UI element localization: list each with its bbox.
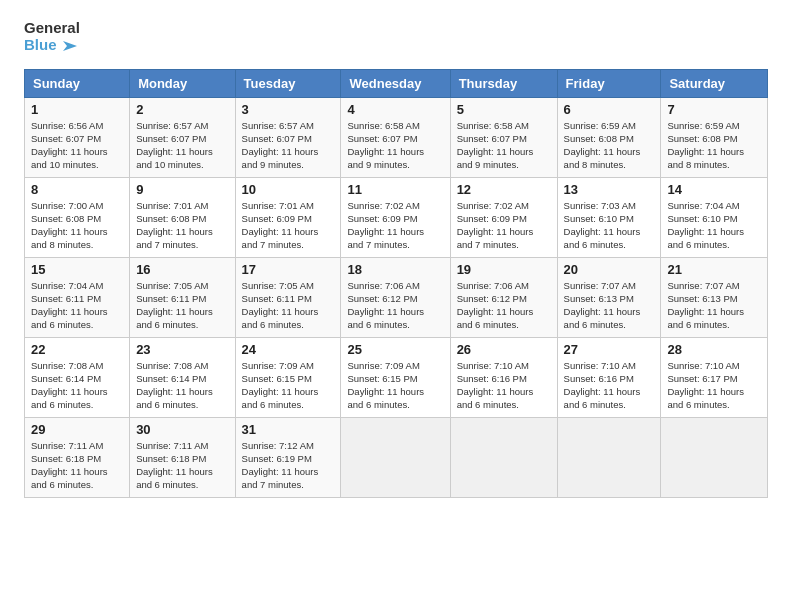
day-number: 10	[242, 182, 335, 197]
calendar-cell: 29Sunrise: 7:11 AM Sunset: 6:18 PM Dayli…	[25, 417, 130, 497]
calendar-cell: 22Sunrise: 7:08 AM Sunset: 6:14 PM Dayli…	[25, 337, 130, 417]
day-info: Sunrise: 7:11 AM Sunset: 6:18 PM Dayligh…	[136, 439, 228, 492]
day-info: Sunrise: 7:09 AM Sunset: 6:15 PM Dayligh…	[242, 359, 335, 412]
calendar-cell: 9Sunrise: 7:01 AM Sunset: 6:08 PM Daylig…	[130, 177, 235, 257]
day-number: 5	[457, 102, 551, 117]
svg-marker-0	[63, 41, 77, 51]
calendar-cell: 25Sunrise: 7:09 AM Sunset: 6:15 PM Dayli…	[341, 337, 450, 417]
weekday-header: Wednesday	[341, 69, 450, 97]
calendar-cell: 11Sunrise: 7:02 AM Sunset: 6:09 PM Dayli…	[341, 177, 450, 257]
calendar-week-row: 1Sunrise: 6:56 AM Sunset: 6:07 PM Daylig…	[25, 97, 768, 177]
weekday-header: Thursday	[450, 69, 557, 97]
day-info: Sunrise: 7:07 AM Sunset: 6:13 PM Dayligh…	[564, 279, 655, 332]
day-number: 1	[31, 102, 123, 117]
day-info: Sunrise: 6:56 AM Sunset: 6:07 PM Dayligh…	[31, 119, 123, 172]
calendar-cell: 13Sunrise: 7:03 AM Sunset: 6:10 PM Dayli…	[557, 177, 661, 257]
day-info: Sunrise: 6:59 AM Sunset: 6:08 PM Dayligh…	[667, 119, 761, 172]
day-info: Sunrise: 6:57 AM Sunset: 6:07 PM Dayligh…	[242, 119, 335, 172]
header: General Blue	[24, 20, 768, 55]
calendar-cell: 24Sunrise: 7:09 AM Sunset: 6:15 PM Dayli…	[235, 337, 341, 417]
day-number: 27	[564, 342, 655, 357]
weekday-header: Monday	[130, 69, 235, 97]
day-info: Sunrise: 7:04 AM Sunset: 6:11 PM Dayligh…	[31, 279, 123, 332]
weekday-header: Saturday	[661, 69, 768, 97]
day-info: Sunrise: 7:11 AM Sunset: 6:18 PM Dayligh…	[31, 439, 123, 492]
weekday-header: Sunday	[25, 69, 130, 97]
day-number: 23	[136, 342, 228, 357]
day-number: 18	[347, 262, 443, 277]
calendar-cell	[341, 417, 450, 497]
calendar-cell: 3Sunrise: 6:57 AM Sunset: 6:07 PM Daylig…	[235, 97, 341, 177]
day-info: Sunrise: 7:07 AM Sunset: 6:13 PM Dayligh…	[667, 279, 761, 332]
day-number: 6	[564, 102, 655, 117]
calendar-cell: 21Sunrise: 7:07 AM Sunset: 6:13 PM Dayli…	[661, 257, 768, 337]
day-info: Sunrise: 7:10 AM Sunset: 6:16 PM Dayligh…	[457, 359, 551, 412]
calendar-cell: 27Sunrise: 7:10 AM Sunset: 6:16 PM Dayli…	[557, 337, 661, 417]
calendar-cell: 31Sunrise: 7:12 AM Sunset: 6:19 PM Dayli…	[235, 417, 341, 497]
logo-blue: Blue	[24, 37, 57, 54]
calendar-header-row: SundayMondayTuesdayWednesdayThursdayFrid…	[25, 69, 768, 97]
day-info: Sunrise: 7:08 AM Sunset: 6:14 PM Dayligh…	[136, 359, 228, 412]
calendar-cell: 23Sunrise: 7:08 AM Sunset: 6:14 PM Dayli…	[130, 337, 235, 417]
day-info: Sunrise: 7:01 AM Sunset: 6:08 PM Dayligh…	[136, 199, 228, 252]
day-info: Sunrise: 7:05 AM Sunset: 6:11 PM Dayligh…	[136, 279, 228, 332]
calendar-cell: 26Sunrise: 7:10 AM Sunset: 6:16 PM Dayli…	[450, 337, 557, 417]
day-info: Sunrise: 7:00 AM Sunset: 6:08 PM Dayligh…	[31, 199, 123, 252]
day-number: 21	[667, 262, 761, 277]
day-info: Sunrise: 7:05 AM Sunset: 6:11 PM Dayligh…	[242, 279, 335, 332]
day-number: 24	[242, 342, 335, 357]
calendar-cell: 1Sunrise: 6:56 AM Sunset: 6:07 PM Daylig…	[25, 97, 130, 177]
day-info: Sunrise: 6:57 AM Sunset: 6:07 PM Dayligh…	[136, 119, 228, 172]
calendar-cell: 2Sunrise: 6:57 AM Sunset: 6:07 PM Daylig…	[130, 97, 235, 177]
day-number: 15	[31, 262, 123, 277]
logo: General Blue	[24, 20, 80, 55]
day-info: Sunrise: 7:08 AM Sunset: 6:14 PM Dayligh…	[31, 359, 123, 412]
calendar-cell: 12Sunrise: 7:02 AM Sunset: 6:09 PM Dayli…	[450, 177, 557, 257]
calendar-week-row: 29Sunrise: 7:11 AM Sunset: 6:18 PM Dayli…	[25, 417, 768, 497]
calendar-cell	[450, 417, 557, 497]
day-info: Sunrise: 7:09 AM Sunset: 6:15 PM Dayligh…	[347, 359, 443, 412]
day-number: 26	[457, 342, 551, 357]
day-number: 14	[667, 182, 761, 197]
day-number: 29	[31, 422, 123, 437]
day-info: Sunrise: 7:04 AM Sunset: 6:10 PM Dayligh…	[667, 199, 761, 252]
calendar-cell: 16Sunrise: 7:05 AM Sunset: 6:11 PM Dayli…	[130, 257, 235, 337]
calendar-week-row: 22Sunrise: 7:08 AM Sunset: 6:14 PM Dayli…	[25, 337, 768, 417]
day-number: 20	[564, 262, 655, 277]
calendar-cell: 8Sunrise: 7:00 AM Sunset: 6:08 PM Daylig…	[25, 177, 130, 257]
calendar-cell: 30Sunrise: 7:11 AM Sunset: 6:18 PM Dayli…	[130, 417, 235, 497]
day-number: 19	[457, 262, 551, 277]
day-number: 11	[347, 182, 443, 197]
calendar-cell: 10Sunrise: 7:01 AM Sunset: 6:09 PM Dayli…	[235, 177, 341, 257]
calendar-cell: 6Sunrise: 6:59 AM Sunset: 6:08 PM Daylig…	[557, 97, 661, 177]
calendar-table: SundayMondayTuesdayWednesdayThursdayFrid…	[24, 69, 768, 498]
day-info: Sunrise: 7:02 AM Sunset: 6:09 PM Dayligh…	[457, 199, 551, 252]
day-info: Sunrise: 7:06 AM Sunset: 6:12 PM Dayligh…	[347, 279, 443, 332]
calendar-cell: 7Sunrise: 6:59 AM Sunset: 6:08 PM Daylig…	[661, 97, 768, 177]
calendar-cell: 17Sunrise: 7:05 AM Sunset: 6:11 PM Dayli…	[235, 257, 341, 337]
calendar-cell: 19Sunrise: 7:06 AM Sunset: 6:12 PM Dayli…	[450, 257, 557, 337]
day-info: Sunrise: 7:02 AM Sunset: 6:09 PM Dayligh…	[347, 199, 443, 252]
day-number: 30	[136, 422, 228, 437]
day-number: 2	[136, 102, 228, 117]
calendar-cell: 18Sunrise: 7:06 AM Sunset: 6:12 PM Dayli…	[341, 257, 450, 337]
calendar-cell: 20Sunrise: 7:07 AM Sunset: 6:13 PM Dayli…	[557, 257, 661, 337]
day-number: 12	[457, 182, 551, 197]
day-info: Sunrise: 7:03 AM Sunset: 6:10 PM Dayligh…	[564, 199, 655, 252]
calendar-cell: 15Sunrise: 7:04 AM Sunset: 6:11 PM Dayli…	[25, 257, 130, 337]
day-info: Sunrise: 6:59 AM Sunset: 6:08 PM Dayligh…	[564, 119, 655, 172]
weekday-header: Tuesday	[235, 69, 341, 97]
day-number: 17	[242, 262, 335, 277]
day-number: 3	[242, 102, 335, 117]
weekday-header: Friday	[557, 69, 661, 97]
calendar-cell: 28Sunrise: 7:10 AM Sunset: 6:17 PM Dayli…	[661, 337, 768, 417]
day-info: Sunrise: 7:01 AM Sunset: 6:09 PM Dayligh…	[242, 199, 335, 252]
calendar-week-row: 8Sunrise: 7:00 AM Sunset: 6:08 PM Daylig…	[25, 177, 768, 257]
day-number: 31	[242, 422, 335, 437]
day-number: 25	[347, 342, 443, 357]
calendar-cell: 14Sunrise: 7:04 AM Sunset: 6:10 PM Dayli…	[661, 177, 768, 257]
day-number: 13	[564, 182, 655, 197]
day-info: Sunrise: 6:58 AM Sunset: 6:07 PM Dayligh…	[457, 119, 551, 172]
calendar-week-row: 15Sunrise: 7:04 AM Sunset: 6:11 PM Dayli…	[25, 257, 768, 337]
page: General Blue SundayMondayTuesdayWednesda…	[0, 0, 792, 514]
